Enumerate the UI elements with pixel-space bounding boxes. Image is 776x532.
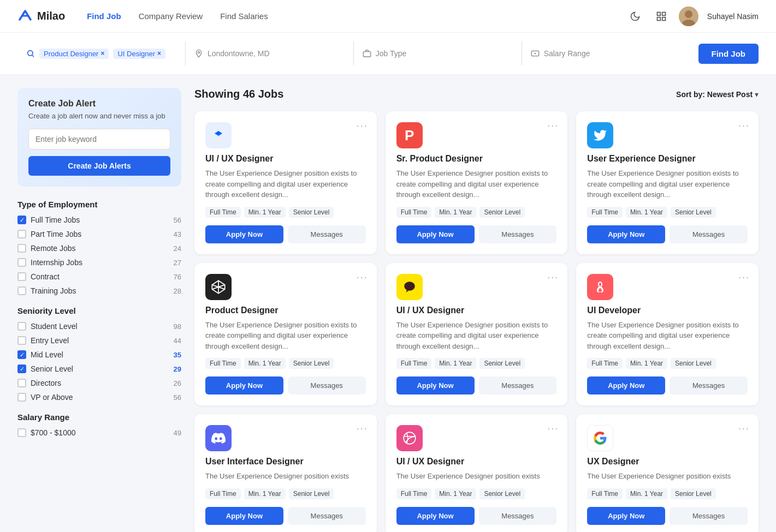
apply-btn-6[interactable]: Apply Now — [587, 376, 665, 394]
company-logo-twitter — [587, 122, 613, 148]
seniority-filter-title: Seniority Level — [17, 306, 181, 315]
filter-mid: Mid Level 35 — [17, 350, 181, 359]
msg-btn-4[interactable]: Messages — [288, 376, 366, 394]
apply-btn-1[interactable]: Apply Now — [205, 225, 283, 243]
card-menu-7[interactable]: ··· — [357, 423, 368, 434]
checkbox-contract[interactable] — [17, 272, 26, 281]
logo[interactable]: Milao — [17, 9, 65, 24]
company-logo-dropbox — [205, 122, 232, 148]
msg-btn-2[interactable]: Messages — [479, 225, 557, 243]
msg-btn-5[interactable]: Messages — [479, 376, 557, 394]
apply-btn-7[interactable]: Apply Now — [205, 507, 283, 525]
card-menu-1[interactable]: ··· — [357, 120, 368, 131]
apply-btn-5[interactable]: Apply Now — [396, 376, 475, 394]
job-desc-7: The User Experience Designer position ex… — [205, 471, 366, 482]
card-menu-4[interactable]: ··· — [357, 272, 368, 283]
checkbox-training[interactable] — [17, 286, 26, 295]
filter-label-internship: Internship Jobs — [31, 258, 82, 267]
card-actions-2: Apply Now Messages — [396, 225, 557, 243]
company-logo-dribbble — [396, 425, 423, 451]
filter-label-contract: Contract — [31, 272, 60, 281]
nav-company-review[interactable]: Company Review — [139, 11, 203, 21]
filter-count-internship: 27 — [174, 259, 181, 267]
checkbox-entry[interactable] — [17, 336, 26, 345]
job-title-5: UI / UX Designer — [396, 306, 557, 315]
job-card-6: ··· UI Developer The User Experience Des… — [576, 263, 759, 406]
employment-filter-section: Type of Employment Full Time Jobs 56 Par… — [17, 200, 181, 295]
filter-count-part-time: 43 — [174, 230, 181, 238]
job-tags-9: Full Time Min. 1 Year Senior Level — [587, 488, 748, 499]
checkbox-internship[interactable] — [17, 258, 26, 267]
tag-product-designer[interactable]: Product Designer × — [39, 49, 109, 59]
checkbox-remote[interactable] — [17, 244, 26, 253]
company-logo-discord — [205, 425, 232, 451]
msg-btn-9[interactable]: Messages — [670, 507, 748, 525]
avatar-image — [679, 7, 698, 26]
svg-rect-3 — [662, 17, 666, 20]
svg-rect-0 — [657, 12, 660, 15]
card-menu-9[interactable]: ··· — [738, 423, 750, 434]
msg-btn-3[interactable]: Messages — [670, 225, 748, 243]
card-menu-5[interactable]: ··· — [547, 272, 559, 283]
checkbox-full-time[interactable] — [17, 216, 26, 224]
apply-btn-2[interactable]: Apply Now — [396, 225, 475, 243]
moon-icon-btn[interactable] — [626, 8, 644, 25]
moon-icon — [630, 11, 641, 22]
salary-section[interactable]: Salary Range — [522, 41, 690, 65]
job-desc-9: The User Experience Designer position ex… — [587, 471, 748, 482]
location-value: Londontowne, MD — [208, 49, 270, 58]
job-title-8: UI / UX Designer — [396, 457, 557, 467]
msg-btn-7[interactable]: Messages — [288, 507, 366, 525]
checkbox-mid[interactable] — [17, 350, 26, 359]
apply-btn-3[interactable]: Apply Now — [587, 225, 665, 243]
apply-btn-8[interactable]: Apply Now — [396, 507, 475, 525]
checkbox-part-time[interactable] — [17, 230, 26, 238]
card-menu-8[interactable]: ··· — [547, 423, 559, 434]
tag-product-designer-close[interactable]: × — [100, 50, 104, 57]
nav-links: Find Job Company Review Find Salaries — [87, 11, 626, 21]
nav-find-salaries[interactable]: Find Salaries — [220, 11, 268, 21]
job-tags-7: Full Time Min. 1 Year Senior Level — [205, 488, 366, 499]
sidebar: Create Job Alert Create a job alert now … — [17, 88, 181, 532]
search-icon — [26, 49, 35, 58]
avatar[interactable] — [679, 7, 698, 26]
create-alert-button[interactable]: Create Job Alerts — [28, 156, 170, 176]
nav-find-job[interactable]: Find Job — [87, 11, 121, 21]
checkbox-vp[interactable] — [17, 393, 26, 402]
grid-icon-btn[interactable] — [653, 8, 670, 25]
checkbox-senior[interactable] — [17, 364, 26, 373]
job-type-section[interactable]: Job Type — [354, 41, 522, 65]
job-card-4: ··· Product Designer The User Experience… — [194, 263, 377, 406]
msg-btn-6[interactable]: Messages — [670, 376, 748, 394]
apply-btn-9[interactable]: Apply Now — [587, 507, 665, 525]
job-desc-6: The User Experience Designer position ex… — [587, 320, 748, 352]
checkbox-directors[interactable] — [17, 379, 26, 387]
tag-ui-designer[interactable]: UI Designer × — [113, 49, 165, 59]
tag-ui-designer-close[interactable]: × — [157, 50, 161, 57]
card-menu-3[interactable]: ··· — [738, 120, 750, 131]
sort-by[interactable]: Sort by: Newest Post ▾ — [676, 90, 759, 99]
logo-text: Milao — [37, 10, 65, 22]
msg-btn-8[interactable]: Messages — [479, 507, 557, 525]
card-menu-2[interactable]: ··· — [547, 120, 559, 131]
filter-label-full-time: Full Time Jobs — [31, 216, 80, 224]
card-menu-6[interactable]: ··· — [738, 272, 750, 283]
svg-point-5 — [685, 10, 692, 18]
job-tags-8: Full Time Min. 1 Year Senior Level — [396, 488, 557, 499]
job-card-8: ··· UI / UX Designer The User Experience… — [386, 414, 568, 532]
filter-vp: VP or Above 56 — [17, 393, 181, 402]
filter-count-remote: 24 — [174, 244, 181, 253]
job-desc-8: The User Experience Designer position ex… — [396, 471, 557, 482]
svg-rect-1 — [662, 12, 666, 15]
msg-btn-1[interactable]: Messages — [288, 225, 366, 243]
apply-btn-4[interactable]: Apply Now — [205, 376, 283, 394]
briefcase-icon — [363, 49, 371, 58]
filter-training: Training Jobs 28 — [17, 286, 181, 295]
job-card-9: ··· UX Designer The User Experience Desi… — [576, 414, 759, 532]
checkbox-student[interactable] — [17, 322, 26, 331]
alert-keyword-input[interactable] — [28, 129, 170, 150]
filter-entry: Entry Level 44 — [17, 336, 181, 345]
find-job-button[interactable]: Find Job — [698, 44, 759, 64]
company-logo-codepen — [205, 274, 232, 300]
checkbox-salary-1[interactable] — [17, 428, 26, 437]
